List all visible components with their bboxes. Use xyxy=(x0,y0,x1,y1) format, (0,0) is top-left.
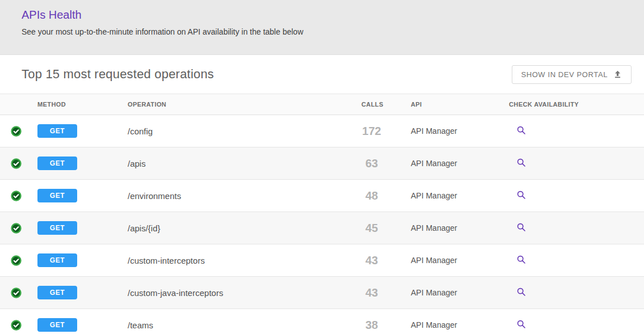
status-cell xyxy=(0,191,37,201)
api-name: API Manager xyxy=(411,126,509,136)
method-cell: GET xyxy=(37,318,128,332)
calls-cell: 48 xyxy=(361,189,411,202)
check-availability-cell xyxy=(509,286,644,299)
status-cell xyxy=(0,288,37,298)
operation-path: /environments xyxy=(128,191,361,201)
column-header-check-availability: CHECK AVAILABILITY xyxy=(509,101,644,108)
column-header-method: METHOD xyxy=(37,101,128,108)
table-row: GET /config 172 API Manager xyxy=(0,115,644,147)
table-row: GET /apis 63 API Manager xyxy=(0,147,644,180)
show-in-dev-portal-label: SHOW IN DEV PORTAL xyxy=(521,70,608,79)
search-icon xyxy=(516,286,527,299)
table-header-row: METHOD OPERATION CALLS API CHECK AVAILAB… xyxy=(0,94,644,115)
calls-value: 45 xyxy=(361,222,382,235)
calls-cell: 38 xyxy=(361,319,411,332)
check-availability-button[interactable] xyxy=(516,222,527,234)
method-cell: GET xyxy=(37,124,128,138)
show-in-dev-portal-button[interactable]: SHOW IN DEV PORTAL xyxy=(512,65,632,84)
calls-value: 43 xyxy=(361,286,382,299)
api-name: API Manager xyxy=(411,256,509,265)
operation-path: /teams xyxy=(128,320,361,330)
table-row: GET /custom-java-interceptors 43 API Man… xyxy=(0,277,644,309)
page-title: APIs Health xyxy=(22,7,622,22)
check-availability-cell xyxy=(509,222,644,235)
check-circle-icon xyxy=(11,126,22,137)
check-circle-icon xyxy=(11,158,22,169)
section-title: Top 15 most requested operations xyxy=(22,67,214,82)
calls-cell: 45 xyxy=(361,222,411,235)
operation-path: /apis xyxy=(128,159,361,168)
page-subtitle: See your most up-to-the-minute informati… xyxy=(22,27,622,37)
check-availability-button[interactable] xyxy=(516,319,527,331)
calls-value: 48 xyxy=(361,189,382,202)
status-cell xyxy=(0,223,37,234)
check-circle-icon xyxy=(11,191,22,201)
status-cell xyxy=(0,255,37,266)
operation-path: /apis/{id} xyxy=(128,223,361,233)
operation-path: /custom-interceptors xyxy=(128,256,361,265)
method-cell: GET xyxy=(37,189,128,202)
search-icon xyxy=(516,125,527,137)
check-availability-cell xyxy=(509,157,644,170)
check-availability-button[interactable] xyxy=(516,189,527,202)
search-icon xyxy=(516,189,527,202)
section-bar: Top 15 most requested operations SHOW IN… xyxy=(0,55,644,94)
check-availability-cell xyxy=(509,189,644,202)
calls-value: 63 xyxy=(361,157,382,170)
check-availability-cell xyxy=(509,254,644,267)
api-name: API Manager xyxy=(411,159,509,168)
column-header-operation: OPERATION xyxy=(128,101,361,108)
table-body: GET /config 172 API Manager xyxy=(0,115,644,334)
check-availability-button[interactable] xyxy=(516,125,527,137)
check-availability-button[interactable] xyxy=(516,286,527,299)
api-name: API Manager xyxy=(411,223,509,232)
check-availability-cell xyxy=(509,319,644,332)
operation-path: /custom-java-interceptors xyxy=(128,288,361,298)
upload-icon xyxy=(613,70,622,79)
api-name: API Manager xyxy=(411,288,509,297)
method-badge: GET xyxy=(37,157,77,170)
column-header-calls: CALLS xyxy=(361,101,411,108)
calls-value: 38 xyxy=(361,319,382,332)
calls-value: 43 xyxy=(361,254,382,267)
check-circle-icon xyxy=(11,255,22,266)
calls-value: 172 xyxy=(361,125,382,138)
table-row: GET /apis/{id} 45 API Manager xyxy=(0,212,644,244)
status-cell xyxy=(0,126,37,137)
check-circle-icon xyxy=(11,320,22,331)
check-availability-button[interactable] xyxy=(516,157,527,170)
table-row: GET /custom-interceptors 43 API Manager xyxy=(0,244,644,277)
check-availability-button[interactable] xyxy=(516,254,527,267)
api-name: API Manager xyxy=(411,320,509,329)
method-cell: GET xyxy=(37,157,128,170)
method-badge: GET xyxy=(37,318,77,332)
method-badge: GET xyxy=(37,124,77,138)
search-icon xyxy=(516,222,527,234)
calls-cell: 43 xyxy=(361,286,411,299)
apis-health-banner: APIs Health See your most up-to-the-minu… xyxy=(0,0,644,55)
calls-cell: 172 xyxy=(361,125,411,138)
method-badge: GET xyxy=(37,221,77,235)
calls-cell: 63 xyxy=(361,157,411,170)
method-cell: GET xyxy=(37,253,128,267)
calls-cell: 43 xyxy=(361,254,411,267)
method-badge: GET xyxy=(37,253,77,267)
check-circle-icon xyxy=(11,223,22,234)
method-badge: GET xyxy=(37,189,77,202)
search-icon xyxy=(516,157,527,170)
check-circle-icon xyxy=(11,288,22,298)
check-availability-cell xyxy=(509,125,644,138)
column-header-api: API xyxy=(411,101,509,108)
status-cell xyxy=(0,158,37,169)
method-cell: GET xyxy=(37,286,128,299)
status-cell xyxy=(0,320,37,331)
search-icon xyxy=(516,319,527,331)
operation-path: /config xyxy=(128,126,361,136)
api-name: API Manager xyxy=(411,191,509,200)
search-icon xyxy=(516,254,527,267)
method-badge: GET xyxy=(37,286,77,299)
method-cell: GET xyxy=(37,221,128,235)
table-row: GET /environments 48 API Manager xyxy=(0,180,644,212)
table-row: GET /teams 38 API Manager xyxy=(0,309,644,334)
